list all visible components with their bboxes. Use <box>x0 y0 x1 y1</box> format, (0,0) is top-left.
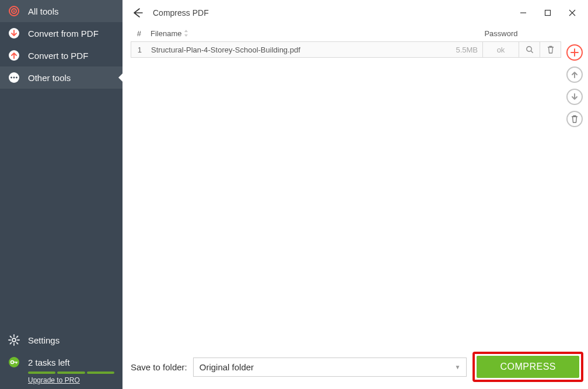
move-down-button[interactable] <box>566 89 583 105</box>
sidebar-item-tasks[interactable]: 2 tasks left <box>0 351 123 369</box>
column-filename-label: Filename <box>150 29 181 38</box>
page-title: Compress PDF <box>153 8 518 17</box>
row-filename: Structural-Plan-4-Storey-School-Building… <box>148 45 447 54</box>
row-index: 1 <box>131 45 148 54</box>
compress-button[interactable]: COMPRESS <box>477 356 579 378</box>
svg-point-6 <box>10 77 12 79</box>
delete-all-button[interactable] <box>566 111 583 127</box>
gear-icon <box>8 334 20 346</box>
file-area: # Filename Password 1 Structural-Plan-4-… <box>123 26 561 345</box>
task-progress-bars <box>28 372 114 374</box>
row-delete-button[interactable] <box>540 42 561 57</box>
sidebar-item-label: Convert from PDF <box>28 29 99 38</box>
column-index: # <box>131 29 147 38</box>
row-filesize: 5.5MB <box>447 45 482 54</box>
sidebar-item-label: Convert to PDF <box>28 51 88 61</box>
folder-select-value: Original folder <box>200 362 254 372</box>
svg-point-9 <box>12 338 16 342</box>
target-icon <box>8 5 20 17</box>
save-to-folder-label: Save to folder: <box>131 362 187 372</box>
key-icon <box>8 356 20 368</box>
folder-select[interactable]: Original folder ▼ <box>193 358 467 377</box>
sidebar-item-other-tools[interactable]: Other tools <box>0 66 123 89</box>
main-panel: Compress PDF # Filename <box>123 0 588 389</box>
table-row[interactable]: 1 Structural-Plan-4-Storey-School-Buildi… <box>131 41 561 58</box>
sidebar-item-label: All tools <box>28 6 59 16</box>
back-button[interactable] <box>131 6 145 20</box>
row-password: ok <box>482 42 519 57</box>
sidebar-item-all-tools[interactable]: All tools <box>0 0 123 22</box>
column-password: Password <box>483 29 519 38</box>
sort-icon <box>184 30 188 38</box>
tasks-left-label: 2 tasks left <box>28 358 70 367</box>
arrow-down-circle-icon <box>8 27 20 39</box>
table-header: # Filename Password <box>131 26 561 41</box>
sidebar-item-convert-from-pdf[interactable]: Convert from PDF <box>0 22 123 44</box>
sidebar-item-label: Other tools <box>28 73 71 83</box>
row-preview-button[interactable] <box>519 42 540 57</box>
svg-rect-12 <box>545 10 551 16</box>
svg-point-7 <box>13 77 15 79</box>
minimize-button[interactable] <box>518 8 528 18</box>
sidebar-item-settings[interactable]: Settings <box>0 329 123 351</box>
chevron-down-icon: ▼ <box>455 364 461 370</box>
bottom-bar: Save to folder: Original folder ▼ COMPRE… <box>123 345 588 389</box>
sidebar-item-label: Settings <box>28 335 60 345</box>
svg-point-8 <box>16 77 18 79</box>
close-button[interactable] <box>567 8 578 18</box>
move-up-button[interactable] <box>566 66 583 83</box>
sidebar: All tools Convert from PDF Convert to PD… <box>0 0 123 389</box>
compress-highlight: COMPRESS <box>473 352 583 382</box>
svg-point-2 <box>13 10 15 12</box>
add-file-button[interactable] <box>566 44 583 61</box>
side-actions <box>561 26 588 345</box>
arrow-up-circle-icon <box>8 50 20 61</box>
column-filename[interactable]: Filename <box>147 29 448 38</box>
dots-icon <box>8 72 20 83</box>
file-list-empty-area <box>131 58 561 345</box>
titlebar: Compress PDF <box>123 0 588 26</box>
upgrade-link[interactable]: Upgrade to PRO <box>28 376 123 384</box>
sidebar-item-convert-to-pdf[interactable]: Convert to PDF <box>0 44 123 66</box>
maximize-button[interactable] <box>542 8 553 18</box>
